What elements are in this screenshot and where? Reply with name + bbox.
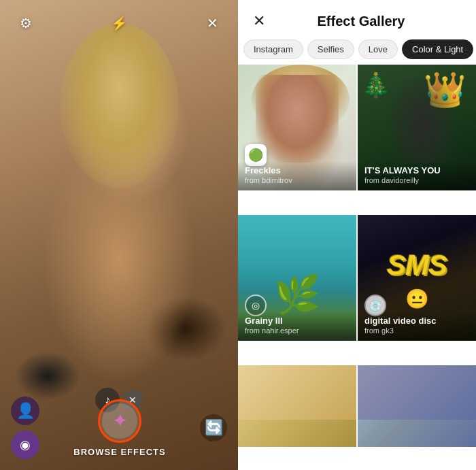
effect-card-grainy[interactable]: 🌿 ◎ Grainy III from nahir.esper bbox=[238, 215, 356, 341]
gallery-header: ✕ Effect Gallery bbox=[238, 0, 476, 37]
tab-color-light[interactable]: Color & Light bbox=[402, 39, 473, 59]
tab-love[interactable]: Love bbox=[358, 39, 398, 59]
camera-bottom-controls: 👤 ◉ ✦ BROWSE EFFECTS 🔄 bbox=[0, 388, 238, 470]
settings-button[interactable]: ⚙ bbox=[14, 11, 38, 35]
person-face-decoration: 😐 bbox=[405, 288, 429, 310]
grainy-info: Grainy III from nahir.esper bbox=[238, 312, 356, 341]
effect-card-partial-2[interactable] bbox=[358, 365, 476, 447]
avatar-icon[interactable]: 👤 bbox=[11, 397, 39, 425]
freckles-author: from bdimitrov bbox=[245, 176, 350, 185]
always-you-author: from davidoreilly bbox=[364, 176, 469, 185]
freckles-face bbox=[256, 75, 339, 163]
tab-selfies[interactable]: Selfies bbox=[307, 39, 354, 59]
tree-decoration: 🎄 bbox=[361, 71, 391, 99]
camera-top-controls: ⚙ ⚡ ✕ bbox=[0, 0, 238, 46]
sms-text-decoration: SMS bbox=[358, 249, 476, 282]
effect-card-partial-1[interactable] bbox=[238, 365, 356, 447]
effect-picker-button[interactable]: ✦ bbox=[98, 399, 141, 443]
effect-card-always-you[interactable]: 👑 🎄 IT'S ALWAYS YOU from davidoreilly bbox=[358, 65, 476, 190]
effect-picker-inner: ✦ bbox=[102, 403, 137, 439]
freckles-info: Freckles from bdimitrov bbox=[238, 161, 356, 190]
always-you-name: IT'S ALWAYS YOU bbox=[364, 165, 469, 176]
tab-instagram[interactable]: Instagram bbox=[243, 39, 303, 59]
partial-card-content-2 bbox=[358, 365, 476, 420]
close-camera-button[interactable]: ✕ bbox=[200, 11, 224, 35]
effects-grid: 🟢 Freckles from bdimitrov 👑 🎄 IT'S ALWAY… bbox=[238, 65, 476, 470]
effect-picker-area: ✦ BROWSE EFFECTS bbox=[73, 399, 165, 457]
bottom-left-icons: 👤 ◉ bbox=[11, 397, 39, 459]
flash-button[interactable]: ⚡ bbox=[107, 11, 131, 35]
digital-info: digital video disc from gk3 bbox=[358, 312, 476, 341]
digital-author: from gk3 bbox=[364, 326, 469, 335]
grainy-name: Grainy III bbox=[245, 316, 350, 326]
freckles-name: Freckles bbox=[245, 165, 350, 176]
camera-view: ⚙ ⚡ ✕ ♪ ✕ 👤 ◉ ✦ BROWSE EFFECTS bbox=[0, 0, 238, 470]
effect-card-freckles[interactable]: 🟢 Freckles from bdimitrov bbox=[238, 65, 356, 190]
effect-card-digital[interactable]: SMS 😐 💿 digital video disc from gk3 bbox=[358, 215, 476, 341]
hair-overlay bbox=[60, 24, 179, 188]
digital-name: digital video disc bbox=[364, 316, 469, 326]
always-you-info: IT'S ALWAYS YOU from davidoreilly bbox=[358, 161, 476, 190]
grainy-author: from nahir.esper bbox=[245, 326, 350, 335]
partial-card-content-1 bbox=[238, 365, 356, 420]
gallery-close-button[interactable]: ✕ bbox=[249, 11, 269, 31]
effect-icon-1[interactable]: ◉ bbox=[11, 431, 39, 459]
tab-bar: Instagram Selfies Love Color & Light Cam… bbox=[238, 37, 476, 65]
gallery-title: Effect Gallery bbox=[277, 14, 445, 29]
effect-gallery-panel: ✕ Effect Gallery Instagram Selfies Love … bbox=[238, 0, 476, 470]
browse-effects-label: BROWSE EFFECTS bbox=[73, 447, 165, 457]
camera-flip-button[interactable]: 🔄 bbox=[200, 414, 227, 441]
